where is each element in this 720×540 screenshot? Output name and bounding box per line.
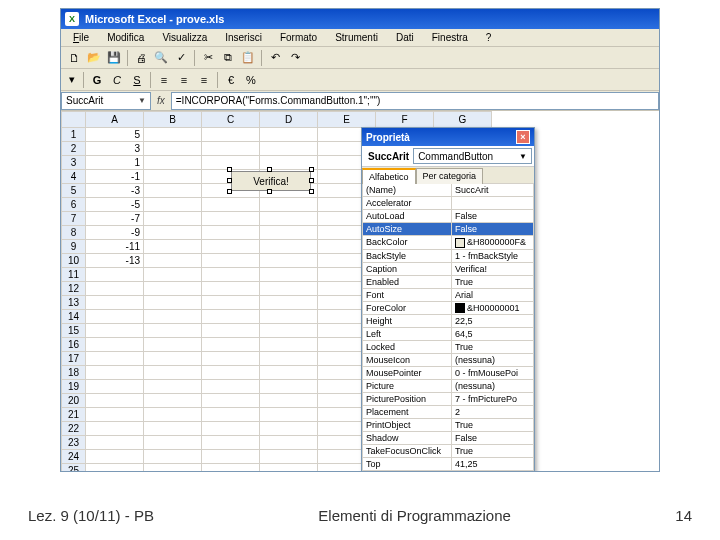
cell[interactable] (86, 338, 144, 352)
row-header[interactable]: 6 (62, 198, 86, 212)
close-icon[interactable]: × (516, 130, 530, 144)
cell[interactable] (144, 156, 202, 170)
prop-value[interactable]: True (451, 419, 533, 432)
resize-handle[interactable] (309, 167, 314, 172)
redo-icon[interactable]: ↷ (286, 49, 304, 67)
cell[interactable] (144, 324, 202, 338)
resize-handle[interactable] (267, 189, 272, 194)
formula-input[interactable]: =INCORPORA("Forms.CommandButton.1";"") (171, 92, 659, 110)
prop-value[interactable]: 1 - fmBackStyle (451, 249, 533, 262)
row-header[interactable]: 22 (62, 422, 86, 436)
resize-handle[interactable] (309, 189, 314, 194)
cell[interactable] (86, 464, 144, 472)
cell[interactable] (86, 436, 144, 450)
cell[interactable] (202, 198, 260, 212)
prop-name[interactable]: Accelerator (363, 197, 452, 210)
cell[interactable]: 5 (86, 128, 144, 142)
prop-name[interactable]: MouseIcon (363, 354, 452, 367)
cell[interactable] (144, 394, 202, 408)
verify-commandbutton[interactable]: Verifica! (231, 171, 311, 191)
chevron-down-icon[interactable]: ▼ (519, 152, 527, 161)
cell[interactable] (202, 380, 260, 394)
prop-name[interactable]: Locked (363, 341, 452, 354)
cell[interactable] (202, 282, 260, 296)
prop-name[interactable]: ForeColor (363, 301, 452, 315)
new-icon[interactable]: 🗋 (65, 49, 83, 67)
prop-name[interactable]: BackColor (363, 236, 452, 250)
cell[interactable]: -11 (86, 240, 144, 254)
cell[interactable] (260, 464, 318, 472)
prop-name[interactable]: AutoLoad (363, 210, 452, 223)
col-header[interactable]: E (318, 112, 376, 128)
prop-name[interactable]: Top (363, 458, 452, 471)
prop-value[interactable]: False (451, 210, 533, 223)
cell[interactable]: -1 (86, 170, 144, 184)
align-left-icon[interactable]: ≡ (155, 71, 173, 89)
align-right-icon[interactable]: ≡ (195, 71, 213, 89)
row-header[interactable]: 14 (62, 310, 86, 324)
prop-name[interactable]: MousePointer (363, 367, 452, 380)
cell[interactable] (144, 226, 202, 240)
prop-value[interactable]: SuccArit (451, 184, 533, 197)
cell[interactable] (144, 408, 202, 422)
cell[interactable]: -7 (86, 212, 144, 226)
menu-help[interactable]: ? (478, 31, 500, 44)
row-header[interactable]: 15 (62, 324, 86, 338)
cell[interactable]: -9 (86, 226, 144, 240)
prop-value[interactable]: 41,25 (451, 458, 533, 471)
prop-name[interactable]: BackStyle (363, 249, 452, 262)
prop-name[interactable]: PrintObject (363, 419, 452, 432)
row-header[interactable]: 21 (62, 408, 86, 422)
cell[interactable] (260, 338, 318, 352)
currency-icon[interactable]: € (222, 71, 240, 89)
cell[interactable] (202, 310, 260, 324)
menu-edit[interactable]: Modifica (99, 31, 152, 44)
prop-value[interactable] (451, 197, 533, 210)
prop-name[interactable]: AutoSize (363, 223, 452, 236)
col-header[interactable]: D (260, 112, 318, 128)
cell[interactable] (202, 296, 260, 310)
cell[interactable] (144, 212, 202, 226)
prop-name[interactable]: Shadow (363, 432, 452, 445)
cell[interactable] (202, 450, 260, 464)
cell[interactable] (260, 142, 318, 156)
cell[interactable] (202, 254, 260, 268)
cell[interactable] (260, 128, 318, 142)
cell[interactable] (202, 268, 260, 282)
cell[interactable] (86, 296, 144, 310)
prop-value[interactable]: False (451, 223, 533, 236)
cell[interactable] (260, 436, 318, 450)
cell[interactable] (144, 352, 202, 366)
row-header[interactable]: 9 (62, 240, 86, 254)
prop-value[interactable]: Arial (451, 288, 533, 301)
cell[interactable] (260, 394, 318, 408)
cell[interactable] (144, 422, 202, 436)
resize-handle[interactable] (227, 189, 232, 194)
cell[interactable]: -3 (86, 184, 144, 198)
italic-icon[interactable]: C (108, 71, 126, 89)
cell[interactable] (144, 128, 202, 142)
menu-data[interactable]: Dati (388, 31, 422, 44)
cell[interactable] (86, 394, 144, 408)
cell[interactable] (260, 282, 318, 296)
row-header[interactable]: 1 (62, 128, 86, 142)
open-icon[interactable]: 📂 (85, 49, 103, 67)
prop-name[interactable]: Picture (363, 380, 452, 393)
col-header[interactable]: B (144, 112, 202, 128)
row-header[interactable]: 23 (62, 436, 86, 450)
prop-value[interactable]: 64,5 (451, 328, 533, 341)
row-header[interactable]: 7 (62, 212, 86, 226)
cell[interactable]: -13 (86, 254, 144, 268)
row-header[interactable]: 18 (62, 366, 86, 380)
row-header[interactable]: 13 (62, 296, 86, 310)
cell[interactable] (144, 240, 202, 254)
cell[interactable] (144, 170, 202, 184)
menu-file[interactable]: File (65, 31, 97, 44)
save-icon[interactable]: 💾 (105, 49, 123, 67)
align-center-icon[interactable]: ≡ (175, 71, 193, 89)
cell[interactable] (144, 310, 202, 324)
prop-value[interactable]: Verifica! (451, 262, 533, 275)
cell[interactable] (260, 268, 318, 282)
bold-icon[interactable]: G (88, 71, 106, 89)
cell[interactable] (86, 380, 144, 394)
